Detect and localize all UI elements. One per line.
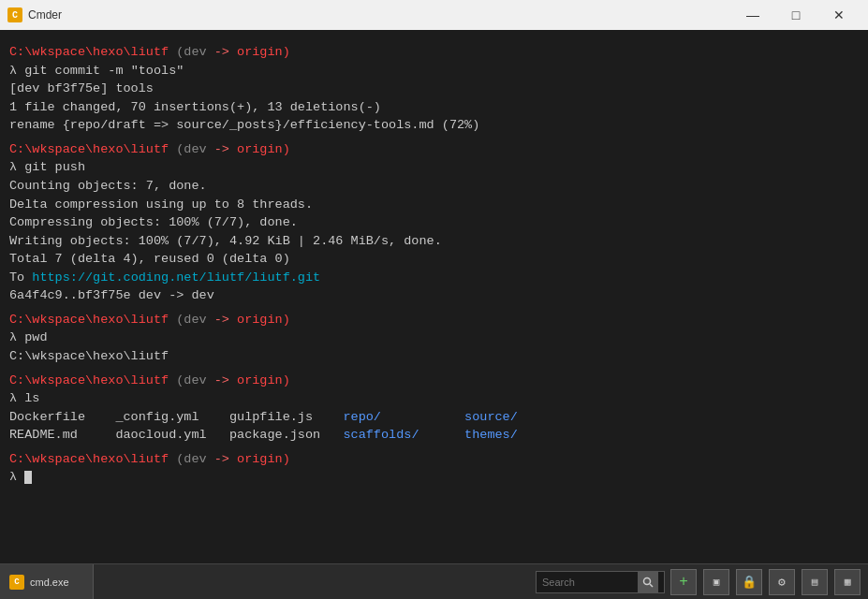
output-3: rename {repo/draft => source/_posts}/eff… xyxy=(9,116,859,135)
new-tab-button[interactable]: + xyxy=(670,569,697,595)
close-button[interactable]: ✕ xyxy=(817,0,861,30)
taskbar-item-label: cmd.exe xyxy=(30,577,69,588)
prompt-line-1: C:\wkspace\hexo\liutf (dev -> origin) xyxy=(9,43,859,62)
prompt-line-5: C:\wkspace\hexo\liutf (dev -> origin) xyxy=(9,450,859,469)
ls-row-1: Dockerfile _config.yml gulpfile.js repo/… xyxy=(9,408,859,427)
taskbar-item-cmd[interactable]: C cmd.exe xyxy=(0,564,94,599)
cmd-line-5: λ xyxy=(9,468,859,487)
taskbar-app-icon: C xyxy=(9,575,24,590)
output-7: Writing objects: 100% (7/7), 4.92 KiB | … xyxy=(9,232,859,251)
taskbar: C cmd.exe + ▣ 🔒 ⚙ ▤ ▦ xyxy=(0,563,868,599)
output-8: Total 7 (delta 4), reused 0 (delta 0) xyxy=(9,250,859,269)
svg-point-0 xyxy=(644,577,651,584)
output-6: Compressing objects: 100% (7/7), done. xyxy=(9,213,859,232)
output-5: Delta compression using up to 8 threads. xyxy=(9,196,859,214)
cmd-line-1: λ git commit -m "tools" xyxy=(9,62,859,80)
cmd-line-2: λ git push xyxy=(9,158,859,177)
search-icon xyxy=(642,577,654,588)
taskbar-search-box[interactable] xyxy=(536,571,665,593)
cmd-line-4: λ ls xyxy=(9,389,859,408)
prompt-line-3: C:\wkspace\hexo\liutf (dev -> origin) xyxy=(9,311,859,329)
layout-button-2[interactable]: ▦ xyxy=(834,569,861,595)
output-9: To https://git.coding.net/liutf/liutf.gi… xyxy=(9,269,859,287)
taskbar-right-controls: + ▣ 🔒 ⚙ ▤ ▦ xyxy=(669,569,868,595)
minimize-button[interactable]: — xyxy=(731,0,774,30)
lock-button[interactable]: 🔒 xyxy=(736,569,762,595)
terminal-cursor xyxy=(24,471,32,484)
search-icon-button[interactable] xyxy=(638,572,658,592)
ls-row-2: README.md daocloud.yml package.json scaf… xyxy=(9,426,859,445)
window-controls: — □ ✕ xyxy=(731,0,861,30)
output-4: Counting objects: 7, done. xyxy=(9,177,859,196)
terminal-output: C:\wkspace\hexo\liutf (dev -> origin) λ … xyxy=(0,30,868,563)
cmd-line-3: λ pwd xyxy=(9,329,859,347)
window-title: Cmder xyxy=(28,8,731,22)
prompt-line-2: C:\wkspace\hexo\liutf (dev -> origin) xyxy=(9,140,859,159)
settings-button[interactable]: ⚙ xyxy=(769,569,795,595)
output-1: [dev bf3f75e] tools xyxy=(9,80,859,98)
output-2: 1 file changed, 70 insertions(+), 13 del… xyxy=(9,98,859,117)
split-button[interactable]: ▣ xyxy=(703,569,729,595)
prompt-line-4: C:\wkspace\hexo\liutf (dev -> origin) xyxy=(9,372,859,390)
maximize-button[interactable]: □ xyxy=(774,0,817,30)
title-bar: C Cmder — □ ✕ xyxy=(0,0,868,30)
svg-line-1 xyxy=(650,584,653,587)
app-icon: C xyxy=(7,7,22,22)
search-input[interactable] xyxy=(542,577,636,588)
output-10: 6a4f4c9..bf3f75e dev -> dev xyxy=(9,286,859,305)
layout-button-1[interactable]: ▤ xyxy=(802,569,828,595)
output-11: C:\wkspace\hexo\liutf xyxy=(9,347,859,366)
